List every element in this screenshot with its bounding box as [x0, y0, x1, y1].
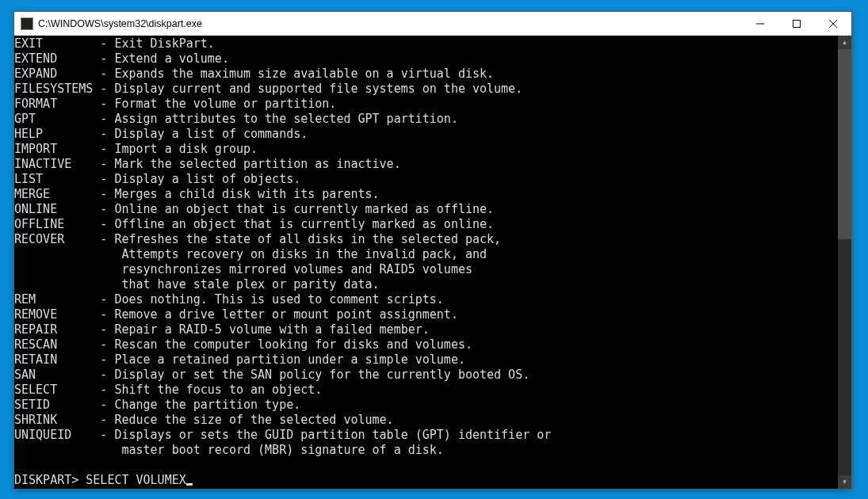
help-line: LIST - Display a list of objects. — [14, 172, 838, 187]
help-line: REMOVE - Remove a drive letter or mount … — [14, 307, 838, 322]
help-line: REPAIR - Repair a RAID-5 volume with a f… — [14, 322, 838, 337]
help-line: REM - Does nothing. This is used to comm… — [14, 292, 838, 307]
help-line: GPT - Assign attributes to the selected … — [14, 112, 838, 127]
window-controls — [742, 12, 851, 35]
scroll-up-button[interactable]: ▲ — [838, 36, 851, 49]
vertical-scrollbar[interactable]: ▲ ▼ — [838, 36, 851, 489]
app-icon — [21, 17, 33, 30]
help-line: INACTIVE - Mark the selected partition a… — [14, 157, 838, 172]
help-line: EXPAND - Expands the maximum size availa… — [14, 67, 838, 82]
maximize-button[interactable] — [778, 12, 815, 35]
help-line: SELECT - Shift the focus to an object. — [14, 383, 838, 398]
help-line: IMPORT - Import a disk group. — [14, 142, 838, 157]
help-line: Attempts recovery on disks in the invali… — [14, 247, 838, 262]
help-line: SAN - Display or set the SAN policy for … — [14, 368, 838, 383]
help-line: ONLINE - Online an object that is curren… — [14, 202, 838, 217]
help-line: HELP - Display a list of commands. — [14, 127, 838, 142]
help-line: MERGE - Merges a child disk with its par… — [14, 187, 838, 202]
help-line: FILESYSTEMS - Display current and suppor… — [14, 82, 838, 97]
console-viewport: EXIT - Exit DiskPart.EXTEND - Extend a v… — [14, 36, 851, 489]
help-line: RETAIN - Place a retained partition unde… — [14, 352, 838, 368]
help-line: resynchronizes mirrored volumes and RAID… — [14, 262, 838, 277]
scroll-down-button[interactable]: ▼ — [838, 475, 851, 489]
help-line: EXTEND - Extend a volume. — [14, 51, 838, 67]
prompt-line[interactable]: DISKPART> SELECT VOLUMEX — [14, 473, 838, 488]
minimize-button[interactable] — [742, 12, 778, 35]
help-line: UNIQUEID - Displays or sets the GUID par… — [14, 428, 838, 443]
titlebar[interactable]: C:\WINDOWS\system32\diskpart.exe — [14, 12, 851, 36]
help-line: FORMAT - Format the volume or partition. — [14, 97, 838, 112]
text-cursor — [186, 483, 193, 486]
help-line: RECOVER - Refreshes the state of all dis… — [14, 232, 838, 247]
console-window: C:\WINDOWS\system32\diskpart.exe EXIT - … — [13, 11, 852, 489]
help-line: master boot record (MBR) signature of a … — [14, 443, 838, 458]
svg-rect-1 — [793, 20, 801, 27]
help-line: SHRINK - Reduce the size of the selected… — [14, 413, 838, 428]
maximize-icon — [793, 20, 801, 28]
scroll-thumb[interactable] — [838, 49, 851, 239]
help-line: that have stale plex or parity data. — [14, 277, 838, 292]
help-line: RESCAN - Rescan the computer looking for… — [14, 337, 838, 352]
close-icon — [829, 20, 837, 28]
help-line: EXIT - Exit DiskPart. — [14, 36, 838, 51]
minimize-icon — [756, 20, 764, 28]
help-line: OFFLINE - Offline an object that is curr… — [14, 217, 838, 232]
close-button[interactable] — [815, 12, 851, 35]
help-line: SETID - Change the partition type. — [14, 398, 838, 413]
console-output[interactable]: EXIT - Exit DiskPart.EXTEND - Extend a v… — [14, 36, 838, 489]
window-title: C:\WINDOWS\system32\diskpart.exe — [38, 18, 742, 29]
